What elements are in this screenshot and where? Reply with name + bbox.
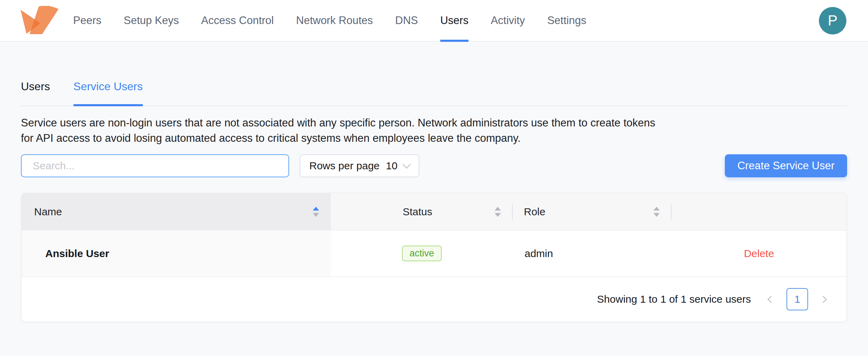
delete-button[interactable]: Delete (744, 248, 774, 260)
nav-item-peers[interactable]: Peers (73, 0, 101, 41)
column-header-status-label: Status (403, 206, 432, 218)
top-navbar: Peers Setup Keys Access Control Network … (0, 0, 868, 42)
column-header-name[interactable]: Name (22, 193, 331, 230)
cell-name: Ansible User (22, 231, 331, 276)
nav-item-users[interactable]: Users (440, 0, 468, 41)
chevron-left-icon[interactable] (767, 296, 774, 303)
sort-desc-icon (495, 213, 501, 217)
table-footer: Showing 1 to 1 of 1 service users 1 (22, 276, 846, 322)
description-line-2: for API access to avoid losing automated… (21, 131, 847, 146)
chevron-down-icon (403, 160, 411, 169)
sort-asc-icon (313, 207, 319, 210)
page-number-button[interactable]: 1 (786, 288, 808, 310)
sort-asc-icon (495, 207, 501, 210)
tab-service-users[interactable]: Service Users (73, 80, 143, 106)
status-badge: active (402, 246, 442, 261)
cell-status: active (331, 231, 513, 276)
table-controls: Rows per page 10 Create Service User (21, 154, 847, 177)
users-tabs: Users Service Users (21, 80, 847, 106)
sort-desc-icon (313, 213, 319, 217)
column-header-role[interactable]: Role (513, 193, 672, 230)
netbird-logo-icon[interactable] (20, 6, 59, 35)
column-header-actions (672, 193, 846, 230)
search-input[interactable] (21, 154, 289, 177)
chevron-right-icon[interactable] (821, 296, 828, 303)
user-avatar[interactable]: P (819, 7, 846, 34)
create-service-user-button[interactable]: Create Service User (725, 154, 847, 177)
nav-links: Peers Setup Keys Access Control Network … (73, 0, 586, 41)
nav-item-dns[interactable]: DNS (395, 0, 418, 41)
nav-item-setup-keys[interactable]: Setup Keys (124, 0, 179, 41)
cell-actions: Delete (672, 231, 846, 276)
main-content: Users Service Users Service users are no… (0, 42, 868, 322)
nav-item-settings[interactable]: Settings (547, 0, 586, 41)
column-header-status[interactable]: Status (331, 193, 513, 230)
cell-role: admin (513, 231, 672, 276)
sort-carets-icon[interactable] (653, 207, 660, 217)
tab-users[interactable]: Users (21, 80, 50, 106)
column-header-name-label: Name (34, 206, 62, 218)
sort-asc-icon (653, 207, 660, 210)
results-summary: Showing 1 to 1 of 1 service users (597, 293, 751, 305)
service-users-table: Name Status Role (21, 193, 847, 322)
nav-item-activity[interactable]: Activity (491, 0, 525, 41)
sort-carets-icon[interactable] (313, 207, 319, 217)
service-users-description: Service users are non-login users that a… (21, 115, 847, 146)
rows-per-page-select[interactable]: Rows per page 10 (300, 154, 419, 177)
sort-desc-icon (653, 213, 660, 217)
rows-per-page-value: 10 (386, 160, 397, 172)
sort-carets-icon[interactable] (495, 207, 501, 217)
table-row: Ansible User active admin Delete (22, 230, 846, 276)
column-header-role-label: Role (524, 206, 545, 218)
nav-item-network-routes[interactable]: Network Routes (296, 0, 373, 41)
table-header-row: Name Status Role (22, 193, 846, 230)
nav-item-access-control[interactable]: Access Control (201, 0, 274, 41)
description-line-1: Service users are non-login users that a… (21, 115, 847, 131)
rows-per-page-label: Rows per page (309, 160, 380, 172)
